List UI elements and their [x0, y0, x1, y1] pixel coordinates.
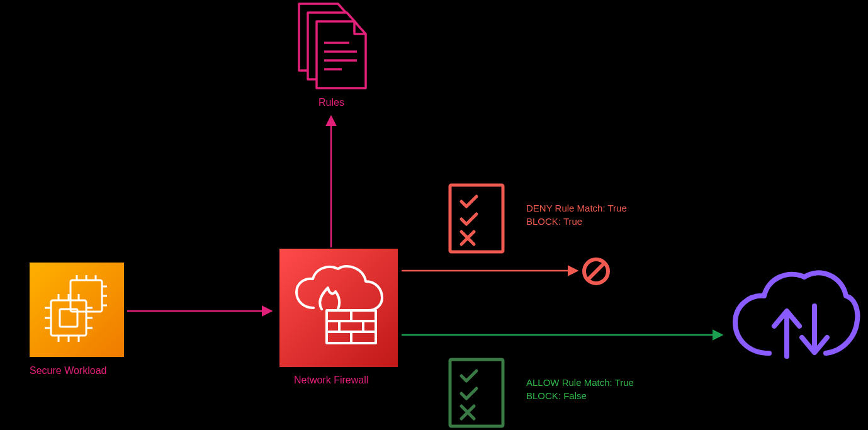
allow-line1: ALLOW Rule Match: True — [526, 376, 634, 389]
deny-line1: DENY Rule Match: True — [526, 201, 627, 215]
deny-line2: BLOCK: True — [526, 215, 627, 228]
svg-rect-7 — [51, 300, 86, 336]
secure-workload-label: Secure Workload — [30, 365, 106, 376]
network-firewall-label: Network Firewall — [294, 375, 368, 386]
arrow-allow-path — [400, 329, 728, 341]
arrow-deny-path — [400, 264, 583, 277]
allow-checklist-icon — [448, 357, 505, 429]
firewall-cloud-icon — [291, 264, 386, 352]
allow-rule-text: ALLOW Rule Match: True BLOCK: False — [526, 376, 634, 402]
rules-documents-icon — [291, 1, 367, 89]
cpu-workload-icon — [42, 275, 111, 344]
allow-line2: BLOCK: False — [526, 389, 634, 402]
arrow-firewall-to-rules — [325, 113, 337, 249]
cloud-updown-icon — [731, 268, 860, 363]
network-firewall-node — [279, 249, 398, 367]
secure-workload-node — [30, 263, 124, 357]
blocked-icon — [581, 256, 611, 286]
deny-rule-text: DENY Rule Match: True BLOCK: True — [526, 201, 627, 228]
rules-label: Rules — [318, 97, 344, 108]
svg-line-37 — [588, 263, 604, 280]
arrow-workload-to-firewall — [126, 305, 277, 317]
deny-checklist-icon — [448, 183, 505, 254]
